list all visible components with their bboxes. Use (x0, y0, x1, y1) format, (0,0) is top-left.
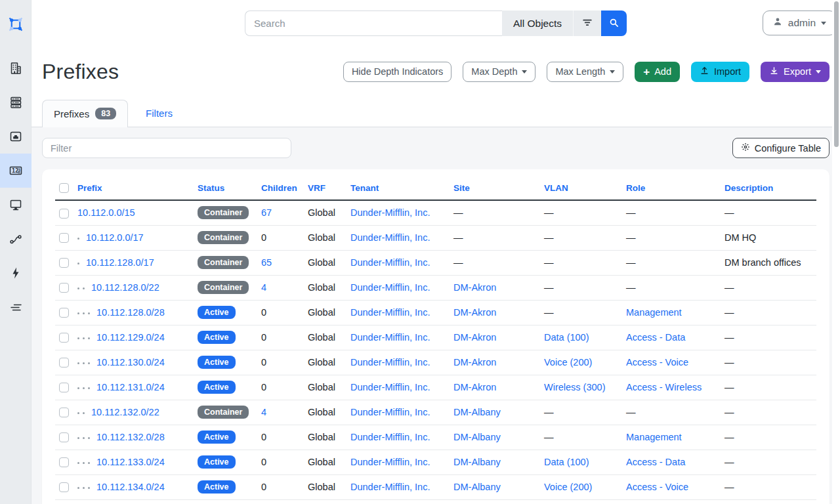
tenant-link[interactable]: Dunder-Mifflin, Inc. (350, 482, 430, 492)
tenant-link[interactable]: Dunder-Mifflin, Inc. (350, 307, 430, 318)
row-checkbox[interactable] (59, 209, 69, 219)
sidebar-item-virtualization[interactable] (0, 188, 32, 222)
sidebar-item-provisioning[interactable] (0, 290, 32, 324)
prefix-link[interactable]: 10.112.132.0/28 (96, 432, 165, 442)
column-sort-link[interactable]: VRF (308, 183, 326, 193)
role-link[interactable]: Management (626, 307, 682, 318)
column-sort-link[interactable]: Status (198, 183, 224, 193)
column-sort-link[interactable]: VLAN (544, 183, 568, 193)
tenant-link[interactable]: Dunder-Mifflin, Inc. (350, 382, 430, 392)
row-checkbox[interactable] (59, 432, 69, 442)
prefix-link[interactable]: 10.112.129.0/24 (96, 332, 165, 343)
role-link[interactable]: Access - Data (626, 457, 685, 467)
vlan-link[interactable]: Voice (200) (544, 357, 592, 368)
configure-table-button[interactable]: Configure Table (732, 138, 830, 158)
site-link[interactable]: DM-Akron (453, 282, 496, 293)
column-sort-link[interactable]: Children (261, 183, 297, 193)
tenant-link[interactable]: Dunder-Mifflin, Inc. (350, 282, 430, 293)
children-count-link[interactable]: 65 (261, 257, 272, 268)
tenant-link[interactable]: Dunder-Mifflin, Inc. (350, 407, 430, 417)
vlan-link[interactable]: Data (100) (544, 457, 589, 467)
tenant-link[interactable]: Dunder-Mifflin, Inc. (350, 232, 430, 243)
row-checkbox[interactable] (59, 283, 69, 293)
children-count: 0 (261, 432, 266, 442)
prefix-link[interactable]: 10.112.133.0/24 (96, 457, 165, 467)
role-link[interactable]: Access - Data (626, 332, 685, 343)
sidebar-item-connections[interactable] (0, 119, 32, 154)
prefix-link[interactable]: 10.112.0.0/15 (77, 207, 135, 218)
site-link[interactable]: DM-Albany (453, 407, 501, 417)
role-link[interactable]: Management (626, 432, 682, 442)
depth-indicator-dot (77, 362, 79, 364)
vlan-link[interactable]: Data (100) (544, 332, 589, 343)
prefix-link[interactable]: 10.112.132.0/22 (91, 407, 159, 417)
max-depth-dropdown[interactable]: Max Depth (463, 62, 536, 82)
row-checkbox[interactable] (59, 358, 69, 368)
row-checkbox[interactable] (59, 457, 69, 467)
search-filter-button[interactable] (573, 10, 601, 36)
scrollbar-thumb[interactable] (834, 1, 839, 147)
page-scrollbar[interactable] (832, 0, 840, 504)
tenant-link[interactable]: Dunder-Mifflin, Inc. (350, 432, 430, 442)
global-search-input[interactable] (245, 10, 502, 36)
prefix-link[interactable]: 10.112.130.0/24 (96, 357, 165, 368)
sidebar-item-devices[interactable] (0, 85, 32, 119)
add-button[interactable]: + Add (635, 62, 680, 82)
site-link[interactable]: DM-Akron (453, 307, 496, 318)
column-sort-link[interactable]: Prefix (77, 183, 102, 193)
prefix-link[interactable]: 10.112.131.0/24 (96, 382, 165, 392)
max-length-dropdown[interactable]: Max Length (547, 62, 623, 82)
sidebar-item-power[interactable] (0, 256, 32, 290)
tenant-link[interactable]: Dunder-Mifflin, Inc. (350, 357, 430, 368)
row-checkbox[interactable] (59, 333, 69, 343)
search-scope-button[interactable]: All Objects (502, 10, 573, 36)
export-dropdown[interactable]: Export (761, 62, 830, 82)
role-link[interactable]: Access - Wireless (626, 382, 702, 392)
vlan-link[interactable]: Voice (200) (544, 482, 592, 492)
site-link[interactable]: DM-Albany (453, 457, 501, 467)
role-link[interactable]: Access - Voice (626, 357, 688, 368)
site-link[interactable]: DM-Akron (453, 357, 496, 368)
tab-prefixes[interactable]: Prefixes 83 (42, 100, 128, 127)
sidebar-item-ipam[interactable]: 1 2 3 (0, 154, 32, 188)
hide-depth-indicators-button[interactable]: Hide Depth Indicators (343, 62, 452, 82)
column-sort-link[interactable]: Site (453, 183, 470, 193)
site-link[interactable]: DM-Akron (453, 382, 496, 392)
sidebar-item-organization[interactable] (0, 51, 32, 85)
tenant-link[interactable]: Dunder-Mifflin, Inc. (350, 207, 430, 218)
site-link[interactable]: DM-Akron (453, 332, 496, 343)
sidebar-item-circuits[interactable] (0, 222, 32, 256)
status-badge: Active (198, 356, 236, 369)
prefix-link[interactable]: 10.112.128.0/17 (86, 257, 154, 268)
user-menu-button[interactable]: admin (763, 10, 836, 35)
prefix-link[interactable]: 10.112.128.0/28 (96, 307, 165, 318)
search-submit-button[interactable] (601, 10, 627, 36)
prefix-link[interactable]: 10.112.134.0/24 (96, 482, 165, 492)
children-count-link[interactable]: 67 (261, 207, 272, 218)
role-link[interactable]: Access - Voice (626, 482, 688, 492)
column-sort-link[interactable]: Tenant (350, 183, 379, 193)
row-checkbox[interactable] (59, 258, 69, 268)
row-checkbox[interactable] (59, 408, 69, 417)
vlan-link[interactable]: Wireless (300) (544, 382, 605, 392)
import-button[interactable]: Import (691, 62, 749, 82)
row-checkbox[interactable] (59, 308, 69, 318)
row-checkbox[interactable] (59, 482, 69, 492)
row-checkbox[interactable] (59, 233, 69, 243)
quick-filter-input[interactable] (42, 138, 291, 158)
children-count-link[interactable]: 4 (261, 282, 266, 293)
tab-filters[interactable]: Filters (128, 100, 190, 127)
children-count-link[interactable]: 4 (261, 407, 266, 417)
sidebar-item-home[interactable] (0, 0, 32, 51)
column-sort-link[interactable]: Description (724, 183, 773, 193)
row-checkbox[interactable] (59, 383, 69, 392)
tenant-link[interactable]: Dunder-Mifflin, Inc. (350, 457, 430, 467)
site-link[interactable]: DM-Albany (453, 482, 501, 492)
tenant-link[interactable]: Dunder-Mifflin, Inc. (350, 257, 430, 268)
site-link[interactable]: DM-Albany (453, 432, 501, 442)
prefix-link[interactable]: 10.112.128.0/22 (91, 282, 159, 293)
tenant-link[interactable]: Dunder-Mifflin, Inc. (350, 332, 430, 343)
select-all-checkbox[interactable] (59, 183, 69, 193)
column-sort-link[interactable]: Role (626, 183, 645, 193)
prefix-link[interactable]: 10.112.0.0/17 (86, 232, 144, 243)
